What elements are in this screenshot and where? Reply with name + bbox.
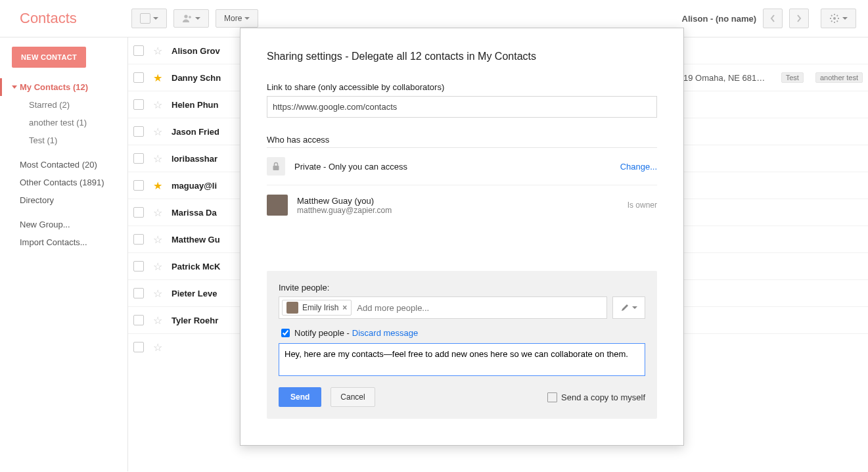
chevron-down-icon	[244, 17, 250, 20]
sidebar: NEW CONTACT My Contacts (12) Starred (2)…	[0, 37, 127, 471]
access-private-text: Private - Only you can access	[294, 162, 611, 172]
permission-button[interactable]	[612, 296, 645, 319]
invite-panel: Invite people: Emily Irish × Notify peop…	[267, 271, 657, 419]
settings-button[interactable]	[821, 9, 856, 28]
star-icon[interactable]: ☆	[153, 153, 162, 165]
add-people-input[interactable]	[355, 302, 604, 314]
star-icon[interactable]: ☆	[153, 45, 162, 57]
row-checkbox[interactable]	[133, 99, 144, 110]
checkbox-icon	[140, 13, 150, 24]
add-person-button[interactable]	[173, 9, 209, 28]
cancel-button[interactable]: Cancel	[331, 387, 375, 407]
chevron-left-icon	[770, 14, 775, 22]
owner-role-badge: Is owner	[628, 201, 657, 210]
send-button[interactable]: Send	[279, 387, 321, 407]
more-button[interactable]: More	[216, 9, 258, 28]
owner-email: matthew.guay@zapier.com	[297, 206, 618, 215]
sharing-dialog: Sharing settings - Delegate all 12 conta…	[240, 28, 684, 446]
chevron-right-icon	[796, 14, 802, 22]
row-checkbox[interactable]	[133, 234, 144, 245]
who-has-access-label: Who has access	[267, 135, 657, 145]
select-all-button[interactable]	[131, 9, 167, 28]
svg-point-0	[184, 14, 187, 18]
gear-icon	[829, 13, 840, 24]
row-checkbox[interactable]	[133, 342, 144, 352]
owner-name: Matthew Guay (you)	[297, 196, 618, 206]
sidebar-item-starred[interactable]: Starred (2)	[0, 96, 127, 114]
person-add-icon	[182, 14, 193, 23]
avatar	[267, 195, 288, 216]
dialog-title: Sharing settings - Delegate all 12 conta…	[267, 51, 657, 62]
app-title: Contacts	[20, 10, 131, 27]
access-row-owner: Matthew Guay (you) matthew.guay@zapier.c…	[267, 185, 657, 225]
link-share-label: Link to share (only accessible by collab…	[267, 82, 657, 92]
sidebar-item-test[interactable]: Test (1)	[0, 131, 127, 149]
invite-people-label: Invite people:	[279, 283, 645, 293]
change-access-link[interactable]: Change...	[620, 162, 657, 172]
sidebar-item-new-group[interactable]: New Group...	[0, 216, 127, 233]
star-icon[interactable]: ☆	[153, 341, 162, 354]
discard-message-link[interactable]: Discard message	[352, 328, 418, 338]
message-textarea[interactable]	[279, 343, 645, 376]
prev-button[interactable]	[763, 9, 783, 28]
avatar	[286, 302, 298, 314]
send-copy-label: Send a copy to myself	[561, 392, 645, 402]
checkbox-icon	[547, 392, 557, 402]
remove-chip-icon[interactable]: ×	[342, 303, 347, 312]
star-icon[interactable]: ☆	[153, 206, 162, 219]
star-icon[interactable]: ★	[153, 179, 162, 192]
row-checkbox[interactable]	[133, 153, 144, 164]
contact-tag: Test	[781, 72, 804, 83]
star-icon[interactable]: ☆	[153, 260, 162, 273]
invite-chip-name: Emily Irish	[302, 303, 338, 312]
contact-tag: another test	[815, 72, 863, 83]
chevron-down-icon	[195, 17, 200, 20]
pencil-icon	[620, 303, 629, 312]
svg-rect-2	[273, 166, 279, 170]
invite-input[interactable]: Emily Irish ×	[279, 296, 607, 319]
star-icon[interactable]: ☆	[153, 287, 162, 300]
lock-icon	[267, 157, 285, 176]
sidebar-item-import[interactable]: Import Contacts...	[0, 233, 127, 251]
row-checkbox[interactable]	[133, 126, 144, 137]
notify-checkbox[interactable]	[281, 329, 290, 337]
sidebar-item-directory[interactable]: Directory	[0, 191, 127, 209]
star-icon[interactable]: ☆	[153, 314, 162, 327]
send-copy-checkbox[interactable]: Send a copy to myself	[547, 392, 645, 402]
star-icon[interactable]: ☆	[153, 126, 162, 138]
star-icon[interactable]: ★	[153, 72, 162, 84]
star-icon[interactable]: ☆	[153, 233, 162, 246]
breadcrumb: Alison - (no name)	[682, 14, 756, 24]
more-label: More	[224, 14, 242, 23]
share-link-input[interactable]	[267, 96, 657, 118]
chevron-down-icon	[153, 17, 158, 20]
row-checkbox[interactable]	[133, 72, 144, 83]
sidebar-item-my-contacts[interactable]: My Contacts (12)	[0, 78, 127, 96]
row-checkbox[interactable]	[133, 288, 144, 298]
access-row-private: Private - Only you can access Change...	[267, 148, 657, 185]
next-button[interactable]	[789, 9, 809, 28]
notify-label: Notify people -	[294, 328, 350, 338]
row-checkbox[interactable]	[133, 180, 144, 191]
svg-point-1	[833, 17, 836, 20]
new-contact-button[interactable]: NEW CONTACT	[12, 47, 86, 68]
sidebar-item-another-test[interactable]: another test (1)	[0, 114, 127, 131]
star-icon[interactable]: ☆	[153, 99, 162, 111]
chevron-down-icon	[632, 306, 637, 309]
sidebar-item-most-contacted[interactable]: Most Contacted (20)	[0, 156, 127, 174]
chevron-down-icon	[842, 17, 848, 20]
row-checkbox[interactable]	[133, 207, 144, 218]
row-checkbox[interactable]	[133, 315, 144, 325]
invite-chip[interactable]: Emily Irish ×	[282, 300, 352, 316]
row-checkbox[interactable]	[133, 45, 144, 56]
sidebar-item-other-contacts[interactable]: Other Contacts (1891)	[0, 174, 127, 191]
row-checkbox[interactable]	[133, 261, 144, 271]
